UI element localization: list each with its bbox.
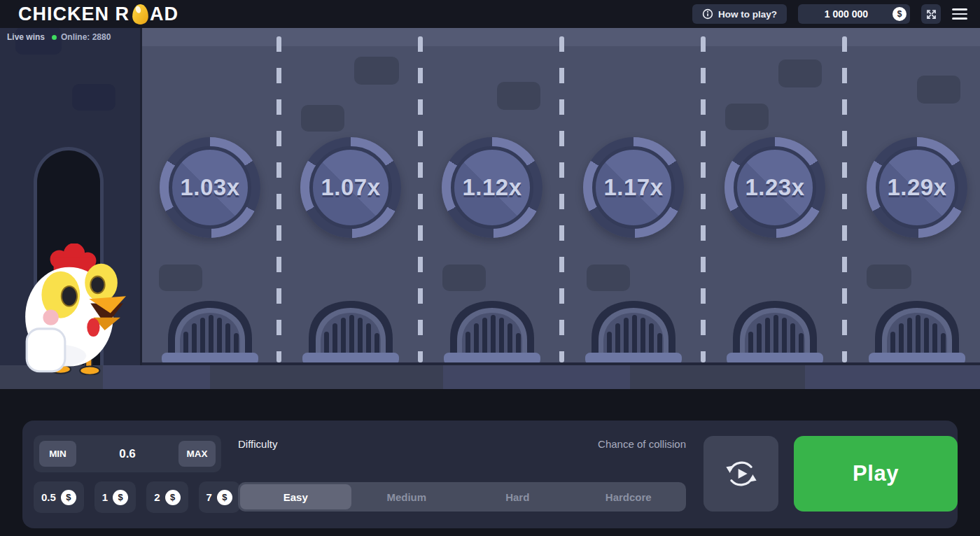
top-bar: CHICKEN R AD How to play? 1 000 000 $ (0, 0, 980, 28)
chicken-road-app: CHICKEN R AD How to play? 1 000 000 $ (0, 0, 980, 536)
multiplier-tile-6: 1.29x (867, 137, 967, 238)
bet-min-button[interactable]: MIN (39, 441, 76, 467)
live-wins-sidebar: Live wins Online: 2880 (0, 28, 140, 365)
tab-easy[interactable]: Easy (240, 484, 351, 509)
chance-of-collision-label: Chance of collision (598, 438, 686, 450)
quick-bet-label: 7 (206, 491, 212, 503)
sidebar-divider (140, 28, 142, 365)
tab-medium[interactable]: Medium (351, 484, 463, 509)
menu-button[interactable] (952, 8, 967, 20)
balance-display[interactable]: 1 000 000 $ (798, 4, 910, 24)
multiplier-tile-1: 1.03x (160, 137, 260, 238)
multiplier-value: 1.03x (180, 174, 239, 201)
fullscreen-button[interactable] (921, 4, 941, 24)
road-patch (159, 265, 202, 291)
tab-hard[interactable]: Hard (462, 484, 573, 509)
road-patch (867, 265, 911, 289)
sewer-grate (868, 297, 966, 365)
multiplier-tile-3: 1.12x (442, 137, 542, 238)
road-patch (917, 76, 960, 104)
multiplier-value: 1.29x (887, 174, 946, 201)
lane-divider (418, 36, 423, 362)
bet-amount-box: MIN 0.6 MAX (34, 435, 221, 472)
multiplier-tile-4: 1.17x (583, 137, 684, 238)
egg-icon (132, 3, 149, 25)
bet-max-button[interactable]: MAX (178, 441, 216, 467)
bet-amount-input[interactable]: 0.6 (76, 447, 178, 461)
topbar-actions: How to play? 1 000 000 $ (692, 4, 974, 24)
quick-bet-row: 0.5 $ 1 $ 2 $ 7 $ (34, 481, 240, 513)
sewer-grate (443, 297, 541, 365)
online-label: Online: 2880 (61, 32, 111, 42)
quick-bet-0.5-button[interactable]: 0.5 $ (34, 481, 84, 513)
multiplier-value: 1.07x (321, 174, 380, 201)
dollar-coin-icon: $ (113, 490, 128, 505)
app-logo: CHICKEN R AD (18, 3, 178, 25)
road-patch (442, 265, 486, 291)
road-patch (725, 104, 769, 130)
sewer-grate (726, 297, 824, 365)
tab-hardcore[interactable]: Hardcore (573, 484, 685, 509)
difficulty-label: Difficulty (238, 438, 277, 450)
dollar-coin-icon: $ (217, 490, 232, 505)
lane-divider (559, 36, 564, 362)
road-patch (778, 59, 822, 87)
sidebar-decor-patch (72, 84, 115, 111)
chicken-character (20, 244, 126, 375)
logo-text-left: CHICKEN R (18, 3, 130, 25)
sewer-grate (302, 297, 400, 365)
sewer-grate (584, 297, 682, 365)
live-wins-label: Live wins (7, 32, 45, 42)
multiplier-value: 1.17x (603, 174, 663, 201)
how-to-play-label: How to play? (718, 9, 777, 20)
lane-divider (842, 36, 847, 362)
multiplier-tile-2: 1.07x (300, 137, 401, 238)
online-dot-icon (52, 35, 57, 40)
road-patch (354, 57, 399, 85)
lane-divider (276, 36, 281, 362)
dollar-coin-icon: $ (892, 7, 906, 21)
game-road: 1.03x 1.07x 1.12x 1.17x 1.23x 1.29x (140, 28, 980, 365)
quick-bet-label: 2 (154, 491, 160, 503)
quick-bet-2-button[interactable]: 2 $ (146, 481, 188, 513)
multiplier-tile-5: 1.23x (724, 137, 825, 238)
logo-text-right: AD (150, 3, 178, 25)
autoplay-icon (723, 456, 760, 492)
multiplier-value: 1.23x (745, 174, 804, 201)
quick-bet-1-button[interactable]: 1 $ (94, 481, 136, 513)
lane-divider (701, 36, 706, 362)
info-icon (702, 8, 713, 20)
difficulty-header-row: Difficulty Chance of collision (238, 438, 686, 450)
multiplier-value: 1.12x (462, 174, 522, 201)
how-to-play-button[interactable]: How to play? (692, 4, 787, 24)
dollar-coin-icon: $ (61, 490, 76, 505)
difficulty-tabs: Easy Medium Hard Hardcore (238, 482, 686, 512)
autoplay-button[interactable] (704, 436, 778, 512)
quick-bet-7-button[interactable]: 7 $ (199, 481, 240, 513)
quick-bet-label: 0.5 (41, 491, 56, 503)
fullscreen-icon (925, 8, 937, 20)
play-button[interactable]: Play (794, 436, 958, 512)
road-patch (497, 82, 540, 110)
quick-bet-label: 1 (102, 491, 108, 503)
control-panel: MIN 0.6 MAX 0.5 $ 1 $ 2 $ 7 $ Difficulty (22, 421, 958, 528)
online-counter: Online: 2880 (52, 32, 111, 42)
road-patch (301, 105, 344, 132)
live-wins-header: Live wins Online: 2880 (7, 32, 111, 42)
balance-value: 1 000 000 (825, 8, 868, 20)
curb-band (0, 365, 980, 389)
road-patch (587, 265, 630, 291)
sewer-grate (161, 297, 259, 365)
dollar-coin-icon: $ (165, 490, 181, 505)
